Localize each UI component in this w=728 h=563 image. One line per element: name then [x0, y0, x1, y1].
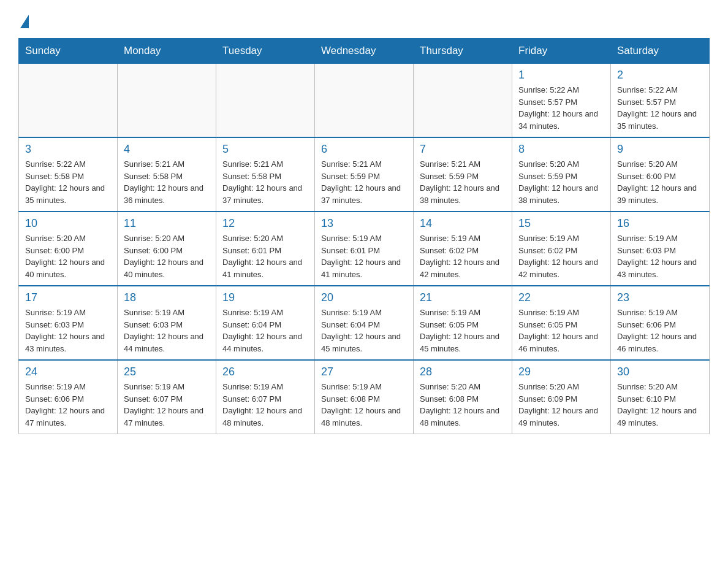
calendar-cell: 15Sunrise: 5:19 AM Sunset: 6:02 PM Dayli…	[512, 212, 611, 286]
day-number: 15	[518, 217, 604, 230]
day-number: 5	[222, 143, 308, 156]
day-number: 13	[321, 217, 407, 230]
weekday-header-tuesday: Tuesday	[216, 39, 315, 64]
day-info: Sunrise: 5:20 AM Sunset: 6:00 PM Dayligh…	[617, 158, 703, 206]
calendar-cell: 27Sunrise: 5:19 AM Sunset: 6:08 PM Dayli…	[315, 360, 414, 434]
day-info: Sunrise: 5:19 AM Sunset: 6:07 PM Dayligh…	[124, 381, 210, 429]
calendar-cell	[216, 64, 315, 138]
calendar-cell: 20Sunrise: 5:19 AM Sunset: 6:04 PM Dayli…	[315, 286, 414, 360]
calendar-week-row: 17Sunrise: 5:19 AM Sunset: 6:03 PM Dayli…	[19, 286, 710, 360]
day-number: 21	[420, 291, 506, 304]
day-number: 3	[25, 143, 111, 156]
day-number: 30	[617, 366, 703, 378]
day-number: 25	[124, 366, 210, 378]
calendar-cell: 29Sunrise: 5:20 AM Sunset: 6:09 PM Dayli…	[512, 360, 611, 434]
calendar-cell: 13Sunrise: 5:19 AM Sunset: 6:01 PM Dayli…	[315, 212, 414, 286]
day-info: Sunrise: 5:21 AM Sunset: 5:58 PM Dayligh…	[124, 158, 210, 206]
calendar-cell: 4Sunrise: 5:21 AM Sunset: 5:58 PM Daylig…	[118, 137, 216, 212]
day-info: Sunrise: 5:22 AM Sunset: 5:58 PM Dayligh…	[25, 158, 111, 206]
day-info: Sunrise: 5:20 AM Sunset: 6:09 PM Dayligh…	[518, 381, 604, 429]
calendar-cell: 28Sunrise: 5:20 AM Sunset: 6:08 PM Dayli…	[414, 360, 512, 434]
day-info: Sunrise: 5:19 AM Sunset: 6:06 PM Dayligh…	[617, 307, 703, 354]
day-info: Sunrise: 5:22 AM Sunset: 5:57 PM Dayligh…	[518, 84, 604, 132]
day-info: Sunrise: 5:19 AM Sunset: 6:04 PM Dayligh…	[222, 307, 308, 354]
weekday-header-row: SundayMondayTuesdayWednesdayThursdayFrid…	[19, 39, 710, 64]
calendar-cell: 7Sunrise: 5:21 AM Sunset: 5:59 PM Daylig…	[414, 137, 512, 212]
day-number: 18	[124, 291, 210, 304]
weekday-header-wednesday: Wednesday	[315, 39, 414, 64]
calendar-cell: 11Sunrise: 5:20 AM Sunset: 6:00 PM Dayli…	[118, 212, 216, 286]
calendar-cell: 6Sunrise: 5:21 AM Sunset: 5:59 PM Daylig…	[315, 137, 414, 212]
calendar-cell: 16Sunrise: 5:19 AM Sunset: 6:03 PM Dayli…	[611, 212, 710, 286]
calendar-cell: 22Sunrise: 5:19 AM Sunset: 6:05 PM Dayli…	[512, 286, 611, 360]
day-number: 6	[321, 143, 407, 156]
calendar-cell: 19Sunrise: 5:19 AM Sunset: 6:04 PM Dayli…	[216, 286, 315, 360]
calendar-week-row: 3Sunrise: 5:22 AM Sunset: 5:58 PM Daylig…	[19, 137, 710, 212]
day-number: 7	[420, 143, 506, 156]
calendar-cell: 14Sunrise: 5:19 AM Sunset: 6:02 PM Dayli…	[414, 212, 512, 286]
day-number: 16	[617, 217, 703, 230]
day-number: 4	[124, 143, 210, 156]
calendar-cell: 1Sunrise: 5:22 AM Sunset: 5:57 PM Daylig…	[512, 64, 611, 138]
day-number: 8	[518, 143, 604, 156]
day-info: Sunrise: 5:19 AM Sunset: 6:05 PM Dayligh…	[420, 307, 506, 354]
calendar-cell: 25Sunrise: 5:19 AM Sunset: 6:07 PM Dayli…	[118, 360, 216, 434]
calendar-cell	[414, 64, 512, 138]
day-info: Sunrise: 5:19 AM Sunset: 6:03 PM Dayligh…	[25, 307, 111, 354]
day-info: Sunrise: 5:19 AM Sunset: 6:08 PM Dayligh…	[321, 381, 407, 429]
logo-triangle-icon	[20, 15, 29, 28]
day-number: 17	[25, 291, 111, 304]
weekday-header-monday: Monday	[118, 39, 216, 64]
calendar-cell: 5Sunrise: 5:21 AM Sunset: 5:58 PM Daylig…	[216, 137, 315, 212]
calendar-cell	[118, 64, 216, 138]
day-number: 19	[222, 291, 308, 304]
calendar-cell: 30Sunrise: 5:20 AM Sunset: 6:10 PM Dayli…	[611, 360, 710, 434]
weekday-header-thursday: Thursday	[414, 39, 512, 64]
day-info: Sunrise: 5:22 AM Sunset: 5:57 PM Dayligh…	[617, 84, 703, 132]
day-number: 22	[518, 291, 604, 304]
day-info: Sunrise: 5:19 AM Sunset: 6:02 PM Dayligh…	[420, 232, 506, 280]
calendar-week-row: 24Sunrise: 5:19 AM Sunset: 6:06 PM Dayli…	[19, 360, 710, 434]
calendar-week-row: 10Sunrise: 5:20 AM Sunset: 6:00 PM Dayli…	[19, 212, 710, 286]
day-info: Sunrise: 5:19 AM Sunset: 6:03 PM Dayligh…	[617, 232, 703, 280]
day-info: Sunrise: 5:20 AM Sunset: 6:01 PM Dayligh…	[222, 232, 308, 280]
calendar-cell: 24Sunrise: 5:19 AM Sunset: 6:06 PM Dayli…	[19, 360, 118, 434]
logo	[18, 12, 48, 26]
day-number: 14	[420, 217, 506, 230]
day-info: Sunrise: 5:20 AM Sunset: 6:00 PM Dayligh…	[25, 232, 111, 280]
day-info: Sunrise: 5:19 AM Sunset: 6:05 PM Dayligh…	[518, 307, 604, 354]
day-number: 12	[222, 217, 308, 230]
day-info: Sunrise: 5:21 AM Sunset: 5:59 PM Dayligh…	[420, 158, 506, 206]
calendar-week-row: 1Sunrise: 5:22 AM Sunset: 5:57 PM Daylig…	[19, 64, 710, 138]
day-number: 11	[124, 217, 210, 230]
calendar-cell	[19, 64, 118, 138]
day-info: Sunrise: 5:19 AM Sunset: 6:02 PM Dayligh…	[518, 232, 604, 280]
weekday-header-friday: Friday	[512, 39, 611, 64]
day-number: 1	[518, 69, 604, 82]
day-number: 2	[617, 69, 703, 82]
calendar-cell: 12Sunrise: 5:20 AM Sunset: 6:01 PM Dayli…	[216, 212, 315, 286]
calendar-cell: 9Sunrise: 5:20 AM Sunset: 6:00 PM Daylig…	[611, 137, 710, 212]
day-number: 20	[321, 291, 407, 304]
day-info: Sunrise: 5:19 AM Sunset: 6:06 PM Dayligh…	[25, 381, 111, 429]
calendar-cell: 17Sunrise: 5:19 AM Sunset: 6:03 PM Dayli…	[19, 286, 118, 360]
day-info: Sunrise: 5:19 AM Sunset: 6:01 PM Dayligh…	[321, 232, 407, 280]
calendar-cell	[315, 64, 414, 138]
day-number: 27	[321, 366, 407, 378]
calendar-cell: 23Sunrise: 5:19 AM Sunset: 6:06 PM Dayli…	[611, 286, 710, 360]
day-info: Sunrise: 5:19 AM Sunset: 6:04 PM Dayligh…	[321, 307, 407, 354]
calendar-table: SundayMondayTuesdayWednesdayThursdayFrid…	[18, 38, 710, 434]
day-number: 23	[617, 291, 703, 304]
page-header	[18, 12, 710, 26]
day-number: 24	[25, 366, 111, 378]
day-number: 28	[420, 366, 506, 378]
calendar-cell: 21Sunrise: 5:19 AM Sunset: 6:05 PM Dayli…	[414, 286, 512, 360]
day-info: Sunrise: 5:20 AM Sunset: 6:08 PM Dayligh…	[420, 381, 506, 429]
calendar-cell: 3Sunrise: 5:22 AM Sunset: 5:58 PM Daylig…	[19, 137, 118, 212]
day-number: 9	[617, 143, 703, 156]
day-number: 29	[518, 366, 604, 378]
calendar-cell: 8Sunrise: 5:20 AM Sunset: 5:59 PM Daylig…	[512, 137, 611, 212]
day-info: Sunrise: 5:21 AM Sunset: 5:59 PM Dayligh…	[321, 158, 407, 206]
day-info: Sunrise: 5:21 AM Sunset: 5:58 PM Dayligh…	[222, 158, 308, 206]
calendar-cell: 26Sunrise: 5:19 AM Sunset: 6:07 PM Dayli…	[216, 360, 315, 434]
